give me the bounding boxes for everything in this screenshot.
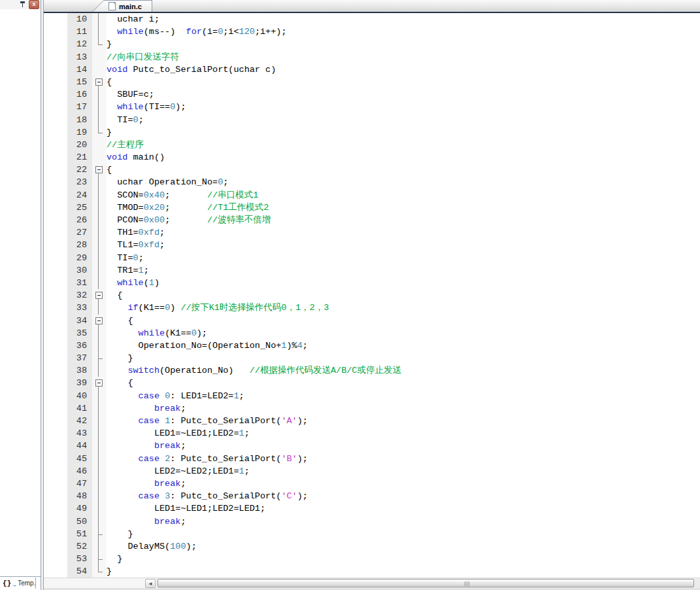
line-number[interactable]: 31 [67,277,90,289]
line-number[interactable]: 51 [67,528,90,540]
line-number[interactable]: 41 [67,402,90,415]
line-number[interactable]: 12 [67,38,90,50]
line-number[interactable]: 33 [67,302,90,314]
code-line[interactable]: 27 TH1=0xfd; [44,226,700,239]
code-line[interactable]: 11 while(ms--) for(i=0;i<120;i++); [44,26,700,38]
fold-toggle-icon[interactable] [92,377,107,389]
code-line[interactable]: 52 DelayMS(100); [44,540,700,553]
line-number[interactable]: 28 [67,239,90,251]
code-line[interactable]: 38 switch(Operation_No) //根据操作代码发送A/B/C或… [44,364,700,377]
code-line[interactable]: 18 TI=0; [44,114,700,126]
code-line[interactable]: 34 { [44,315,700,327]
line-number[interactable]: 46 [67,465,90,477]
line-number[interactable]: 52 [67,540,90,553]
code-line[interactable]: 14void Putc_to_SerialPort(uchar c) [44,63,700,76]
scroll-left-arrow-icon[interactable]: ◄ [145,579,156,588]
fold-toggle-icon[interactable] [92,315,107,327]
code-line[interactable]: 23 uchar Operation_No=0; [44,176,700,188]
line-number[interactable]: 38 [67,364,90,377]
code-line[interactable]: 54} [44,565,700,578]
pin-icon[interactable] [20,1,26,8]
scrollbar-track[interactable] [156,578,700,589]
code-line[interactable]: 10 uchar i; [44,13,700,26]
line-number[interactable]: 19 [67,126,90,139]
line-number[interactable]: 54 [67,565,90,578]
line-number[interactable]: 36 [67,339,90,352]
line-number[interactable]: 50 [67,515,90,528]
line-number[interactable]: 20 [67,139,90,151]
line-number[interactable]: 18 [67,114,90,126]
line-number[interactable]: 34 [67,315,90,327]
code-line[interactable]: 40 case 0: LED1=LED2=1; [44,390,700,402]
code-line[interactable]: 41 break; [44,402,700,415]
code-line[interactable]: 48 case 3: Putc_to_SerialPort('C'); [44,490,700,502]
code-line[interactable]: 35 while(K1==0); [44,327,700,339]
scrollbar-thumb[interactable] [158,579,694,587]
line-number[interactable]: 45 [67,453,90,465]
code-line[interactable]: 21void main() [44,151,700,164]
line-number[interactable]: 21 [67,151,90,164]
code-editor[interactable]: 10 uchar i;11 while(ms--) for(i=0;i<120;… [44,13,700,578]
code-line[interactable]: 47 break; [44,477,700,490]
code-line[interactable]: 29 TI=0; [44,252,700,264]
code-line[interactable]: 26 PCON=0x00; //波特率不倍增 [44,214,700,226]
code-line[interactable]: 46 LED2=~LED2;LED1=1; [44,465,700,477]
code-line[interactable]: 30 TR1=1; [44,264,700,277]
code-line[interactable]: 51 } [44,528,700,540]
code-line[interactable]: 31 while(1) [44,277,700,289]
code-line[interactable]: 39 { [44,377,700,389]
line-number[interactable]: 42 [67,415,90,427]
line-number[interactable]: 27 [67,226,90,239]
templates-tab[interactable]: {} → Temp... [1,578,36,589]
code-line[interactable]: 44 break; [44,440,700,452]
code-line[interactable]: 37 } [44,352,700,364]
project-panel-body[interactable] [0,9,40,577]
line-number[interactable]: 35 [67,327,90,339]
code-line[interactable]: 25 TMOD=0x20; //T1工作模式2 [44,201,700,214]
line-number[interactable]: 25 [67,201,90,214]
line-number[interactable]: 22 [67,164,90,176]
fold-toggle-icon[interactable] [92,164,107,176]
code-line[interactable]: 33 if(K1==0) //按下K1时选择操作代码0，1，2，3 [44,302,700,314]
line-number[interactable]: 11 [67,26,90,38]
line-number[interactable]: 32 [67,289,90,302]
code-line[interactable]: 20//主程序 [44,139,700,151]
line-number[interactable]: 13 [67,51,90,63]
code-line[interactable]: 50 break; [44,515,700,528]
line-number[interactable]: 39 [67,377,90,389]
line-number[interactable]: 48 [67,490,90,502]
horizontal-scrollbar[interactable]: ◄ [44,578,700,589]
code-line[interactable]: 24 SCON=0x40; //串口模式1 [44,189,700,201]
code-line[interactable]: 22{ [44,164,700,176]
code-line[interactable]: 19} [44,126,700,139]
code-line[interactable]: 16 SBUF=c; [44,88,700,101]
code-line[interactable]: 45 case 2: Putc_to_SerialPort('B'); [44,453,700,465]
line-number[interactable]: 30 [67,264,90,277]
fold-toggle-icon[interactable] [92,289,107,302]
code-line[interactable]: 13//向串口发送字符 [44,51,700,63]
code-line[interactable]: 28 TL1=0xfd; [44,239,700,251]
line-number[interactable]: 49 [67,502,90,515]
code-line[interactable]: 32 { [44,289,700,302]
code-line[interactable]: 53 } [44,553,700,565]
line-number[interactable]: 47 [67,477,90,490]
code-line[interactable]: 15{ [44,76,700,88]
line-number[interactable]: 23 [67,176,90,188]
line-number[interactable]: 26 [67,214,90,226]
line-number[interactable]: 29 [67,252,90,264]
line-number[interactable]: 17 [67,101,90,113]
line-number[interactable]: 24 [67,189,90,201]
code-line[interactable]: 49 LED1=~LED1;LED2=LED1; [44,502,700,515]
line-number[interactable]: 53 [67,553,90,565]
line-number[interactable]: 16 [67,88,90,101]
line-number[interactable]: 37 [67,352,90,364]
code-line[interactable]: 12} [44,38,700,50]
code-line[interactable]: 36 Operation_No=(Operation_No+1)%4; [44,339,700,352]
line-number[interactable]: 44 [67,440,90,452]
line-number[interactable]: 10 [67,13,90,26]
code-line[interactable]: 42 case 1: Putc_to_SerialPort('A'); [44,415,700,427]
close-icon[interactable]: x [29,0,39,9]
line-number[interactable]: 43 [67,427,90,440]
code-line[interactable]: 43 LED1=~LED1;LED2=1; [44,427,700,440]
line-number[interactable]: 15 [67,76,90,88]
